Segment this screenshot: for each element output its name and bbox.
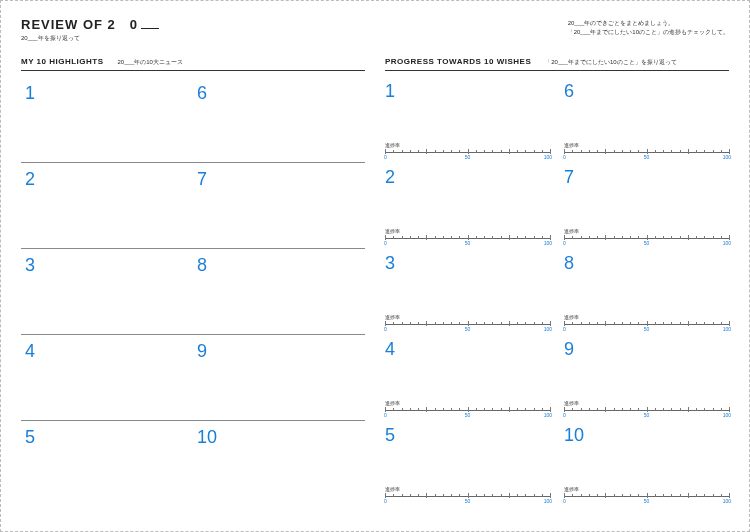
highlight-cell[interactable]: 1 [21, 77, 193, 163]
progress-scale: 進捗率050100 [564, 486, 729, 507]
scale-mid: 50 [465, 326, 471, 332]
title-block: REVIEW OF 20 20___年を振り返って [21, 17, 159, 43]
scale-min: 0 [384, 240, 387, 246]
progress-cell[interactable]: 3進捗率050100 [385, 249, 550, 335]
highlight-number: 10 [197, 427, 365, 448]
main-subtitle: 20___年を振り返って [21, 34, 159, 43]
highlight-number: 9 [197, 341, 365, 362]
highlight-number: 1 [25, 83, 193, 104]
progress-cell[interactable]: 2進捗率050100 [385, 163, 550, 249]
progress-number: 9 [564, 339, 729, 360]
scale-label: 進捗率 [564, 142, 729, 148]
scale-max: 100 [544, 498, 552, 504]
scale-max: 100 [544, 154, 552, 160]
highlight-number: 8 [197, 255, 365, 276]
left-page: MY 10 HIGHLIGHTS 20___年の10大ニュース 16273849… [21, 57, 365, 507]
highlight-cell[interactable]: 5 [21, 421, 193, 507]
scale-label: 進捗率 [564, 228, 729, 234]
scale-bar: 050100 [564, 493, 729, 507]
progress-scale: 進捗率050100 [564, 228, 729, 249]
progress-cell[interactable]: 9進捗率050100 [564, 335, 729, 421]
highlight-cell[interactable]: 7 [193, 163, 365, 249]
title-gap: 0 [130, 17, 138, 32]
progress-number: 5 [385, 425, 550, 446]
right-section-title: PROGRESS TOWARDS 10 WISHES [385, 57, 531, 66]
page-header: REVIEW OF 20 20___年を振り返って 20___年のできごとをまと… [21, 17, 729, 43]
progress-scale: 進捗率050100 [385, 486, 550, 507]
left-section-head: MY 10 HIGHLIGHTS 20___年の10大ニュース [21, 57, 365, 71]
progress-scale: 進捗率050100 [385, 400, 550, 421]
scale-min: 0 [384, 498, 387, 504]
scale-min: 0 [563, 154, 566, 160]
progress-number: 7 [564, 167, 729, 188]
progress-scale: 進捗率050100 [385, 228, 550, 249]
highlight-cell[interactable]: 3 [21, 249, 193, 335]
scale-mid: 50 [465, 154, 471, 160]
progress-number: 10 [564, 425, 729, 446]
scale-max: 100 [723, 240, 731, 246]
highlight-cell[interactable]: 2 [21, 163, 193, 249]
highlight-number: 7 [197, 169, 365, 190]
progress-cell[interactable]: 5進捗率050100 [385, 421, 550, 507]
scale-bar: 050100 [385, 149, 550, 163]
progress-cell[interactable]: 10進捗率050100 [564, 421, 729, 507]
scale-label: 進捗率 [564, 486, 729, 492]
progress-number: 4 [385, 339, 550, 360]
highlight-number: 4 [25, 341, 193, 362]
scale-label: 進捗率 [564, 314, 729, 320]
progress-grid: 1進捗率0501006進捗率0501002進捗率0501007進捗率050100… [385, 77, 729, 507]
progress-number: 6 [564, 81, 729, 102]
highlight-cell[interactable]: 9 [193, 335, 365, 421]
scale-mid: 50 [465, 412, 471, 418]
right-page: PROGRESS TOWARDS 10 WISHES 「20___年までにしたい… [385, 57, 729, 507]
right-section-sub: 「20___年までにしたい10のこと」を振り返って [545, 58, 676, 67]
scale-bar: 050100 [385, 321, 550, 335]
scale-bar: 050100 [385, 235, 550, 249]
highlight-number: 6 [197, 83, 365, 104]
highlight-cell[interactable]: 8 [193, 249, 365, 335]
progress-cell[interactable]: 6進捗率050100 [564, 77, 729, 163]
progress-number: 1 [385, 81, 550, 102]
progress-cell[interactable]: 7進捗率050100 [564, 163, 729, 249]
scale-min: 0 [563, 498, 566, 504]
highlight-cell[interactable]: 4 [21, 335, 193, 421]
scale-mid: 50 [644, 412, 650, 418]
progress-scale: 進捗率050100 [564, 142, 729, 163]
scale-label: 進捗率 [385, 228, 550, 234]
progress-number: 3 [385, 253, 550, 274]
scale-max: 100 [544, 326, 552, 332]
scale-mid: 50 [644, 326, 650, 332]
right-section-head: PROGRESS TOWARDS 10 WISHES 「20___年までにしたい… [385, 57, 729, 71]
scale-max: 100 [723, 498, 731, 504]
scale-label: 進捗率 [564, 400, 729, 406]
scale-min: 0 [384, 154, 387, 160]
highlight-number: 5 [25, 427, 193, 448]
scale-bar: 050100 [564, 149, 729, 163]
header-right-text: 20___年のできごとをまとめましょう。 「20___年までにしたい10のこと」… [568, 19, 729, 37]
scale-bar: 050100 [564, 407, 729, 421]
scale-mid: 50 [644, 498, 650, 504]
scale-max: 100 [723, 326, 731, 332]
highlight-cell[interactable]: 6 [193, 77, 365, 163]
progress-cell[interactable]: 1進捗率050100 [385, 77, 550, 163]
highlights-grid: 16273849510 [21, 77, 365, 507]
highlight-cell[interactable]: 10 [193, 421, 365, 507]
scale-min: 0 [384, 412, 387, 418]
progress-scale: 進捗率050100 [385, 142, 550, 163]
scale-label: 進捗率 [385, 142, 550, 148]
scale-bar: 050100 [385, 407, 550, 421]
main-title: REVIEW OF 20 [21, 17, 159, 32]
title-prefix: REVIEW OF 2 [21, 17, 116, 32]
progress-number: 8 [564, 253, 729, 274]
header-right-line1: 20___年のできごとをまとめましょう。 [568, 19, 729, 28]
scale-label: 進捗率 [385, 400, 550, 406]
highlight-number: 3 [25, 255, 193, 276]
scale-max: 100 [544, 240, 552, 246]
scale-min: 0 [563, 412, 566, 418]
progress-cell[interactable]: 8進捗率050100 [564, 249, 729, 335]
scale-max: 100 [723, 154, 731, 160]
scale-bar: 050100 [385, 493, 550, 507]
progress-cell[interactable]: 4進捗率050100 [385, 335, 550, 421]
scale-bar: 050100 [564, 235, 729, 249]
scale-min: 0 [384, 326, 387, 332]
